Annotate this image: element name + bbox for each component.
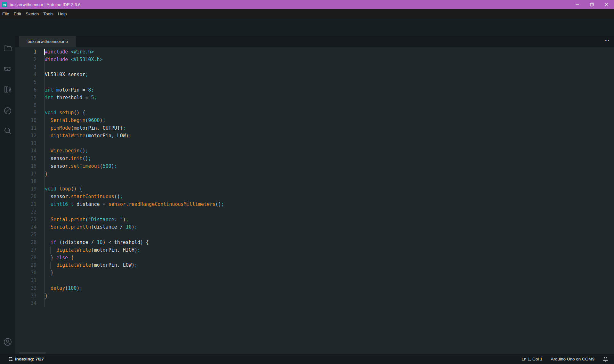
notifications-bell-icon[interactable] <box>603 356 608 362</box>
code-line[interactable] <box>45 178 224 186</box>
line-number: 21 <box>15 201 36 208</box>
sidebar-item-account[interactable] <box>0 334 15 350</box>
code-line[interactable]: digitalWrite(motorPin, LOW); <box>45 262 224 269</box>
line-number: 17 <box>15 170 36 178</box>
indent-guide <box>50 262 51 269</box>
more-actions-button[interactable]: ⋯ <box>604 38 610 44</box>
code-line[interactable]: Serial.print("Distance: "); <box>45 216 224 224</box>
code-line[interactable]: if ((distance / 10) < threshold) { <box>45 239 224 247</box>
line-number: 13 <box>15 140 36 148</box>
code-line[interactable] <box>45 208 224 216</box>
code-line[interactable]: sensor.init(); <box>45 155 224 163</box>
tab-bar: buzzerwithsensor.ino ⋯ <box>15 36 614 47</box>
sidebar-item-library-manager[interactable] <box>0 82 15 97</box>
line-number: 31 <box>15 277 36 285</box>
sidebar-item-boards-manager[interactable] <box>0 61 15 77</box>
title-bar: ∞ buzzerwithsensor | Arduino IDE 2.3.6 <box>0 0 614 9</box>
menu-item-edit[interactable]: Edit <box>12 9 23 19</box>
line-number: 22 <box>15 208 36 216</box>
code-line[interactable] <box>45 79 224 86</box>
menu-bar: FileEditSketchToolsHelp <box>0 9 614 19</box>
code-content[interactable]: #include <Wire.h>#include <VL53L0X.h>VL5… <box>45 48 224 307</box>
code-line[interactable]: delay(100); <box>45 285 224 292</box>
code-line[interactable]: uint16_t distance = sensor.readRangeCont… <box>45 201 224 208</box>
prohibited-icon <box>3 106 12 115</box>
tab-buzzerwithsensor[interactable]: buzzerwithsensor.ino <box>19 36 76 47</box>
line-number: 15 <box>15 155 36 163</box>
board-icon <box>3 64 12 73</box>
line-number: 12 <box>15 132 36 140</box>
line-number: 14 <box>15 147 36 155</box>
window-title: buzzerwithsensor | Arduino IDE 2.3.6 <box>10 2 81 7</box>
code-line[interactable]: Serial.println(distance / 10); <box>45 223 224 231</box>
sidebar-item-debug[interactable] <box>0 103 15 118</box>
menu-item-file[interactable]: File <box>0 9 12 19</box>
tab-label: buzzerwithsensor.ino <box>28 39 68 44</box>
code-line[interactable]: sensor.startContinuous(); <box>45 193 224 201</box>
status-bar: indexing: 7/27 Ln 1, Col 1 Arduino Uno o… <box>0 354 614 364</box>
menu-item-tools[interactable]: Tools <box>41 9 56 19</box>
line-number: 2 <box>15 56 36 64</box>
account-icon <box>3 337 12 346</box>
code-line[interactable]: } <box>45 170 224 178</box>
toolbar: Arduino Uno ▾ <box>0 19 614 36</box>
code-line[interactable]: VL53L0X sensor; <box>45 71 224 79</box>
line-number: 32 <box>15 285 36 292</box>
line-number: 7 <box>15 94 36 102</box>
indent-guide <box>44 48 45 307</box>
code-line[interactable]: int threshold = 5; <box>45 94 224 102</box>
code-line[interactable]: int motorPin = 8; <box>45 86 224 94</box>
code-line[interactable]: } else { <box>45 254 224 262</box>
horizontal-scrollbar[interactable] <box>19 352 46 354</box>
sidebar-item-sketchbook[interactable] <box>0 41 15 56</box>
code-line[interactable]: Serial.begin(9600); <box>45 117 224 125</box>
code-line[interactable] <box>45 64 224 71</box>
code-line[interactable]: digitalWrite(motorPin, HIGH); <box>45 247 224 254</box>
code-line[interactable] <box>45 140 224 148</box>
board-port-status[interactable]: Arduino Uno on COM9 <box>551 357 594 361</box>
code-line[interactable] <box>45 277 224 285</box>
code-line[interactable]: #include <Wire.h> <box>45 48 224 56</box>
code-line[interactable]: void loop() { <box>45 185 224 193</box>
code-line[interactable]: #include <VL53L0X.h> <box>45 56 224 64</box>
line-number: 9 <box>15 109 36 117</box>
code-line[interactable] <box>45 231 224 239</box>
minimize-button[interactable] <box>570 0 585 9</box>
line-number: 8 <box>15 102 36 109</box>
cursor-position[interactable]: Ln 1, Col 1 <box>521 357 542 361</box>
code-line[interactable] <box>45 300 224 307</box>
menu-item-sketch[interactable]: Sketch <box>23 9 41 19</box>
line-number: 19 <box>15 185 36 193</box>
line-number: 25 <box>15 231 36 239</box>
line-number: 3 <box>15 64 36 71</box>
sidebar-item-search[interactable] <box>0 123 15 139</box>
line-number: 29 <box>15 262 36 269</box>
indexing-label: indexing: 7/27 <box>15 357 44 361</box>
close-button[interactable] <box>599 0 614 9</box>
code-line[interactable]: pinMode(motorPin, OUTPUT); <box>45 125 224 132</box>
code-line[interactable] <box>45 102 224 109</box>
line-number: 16 <box>15 163 36 170</box>
indent-guide <box>50 247 51 254</box>
books-icon <box>3 85 12 94</box>
line-number: 24 <box>15 223 36 231</box>
line-number: 5 <box>15 79 36 86</box>
line-number: 4 <box>15 71 36 79</box>
line-number: 18 <box>15 178 36 186</box>
line-number: 1 <box>15 48 36 56</box>
code-line[interactable]: sensor.setTimeout(500); <box>45 163 224 170</box>
indexing-status: indexing: 7/27 <box>8 357 44 361</box>
arduino-logo-icon: ∞ <box>2 2 7 7</box>
code-line[interactable]: } <box>45 292 224 300</box>
restore-button[interactable] <box>585 0 599 9</box>
code-line[interactable]: } <box>45 269 224 277</box>
line-number: 11 <box>15 125 36 132</box>
code-line[interactable]: digitalWrite(motorPin, LOW); <box>45 132 224 140</box>
menu-item-help[interactable]: Help <box>56 9 69 19</box>
code-line[interactable]: void setup() { <box>45 109 224 117</box>
activity-sidebar <box>0 36 15 354</box>
code-line[interactable]: Wire.begin(); <box>45 147 224 155</box>
code-editor[interactable]: 1234567891011121314151617181920212223242… <box>15 47 614 354</box>
line-number: 28 <box>15 254 36 262</box>
folder-icon <box>3 44 12 53</box>
